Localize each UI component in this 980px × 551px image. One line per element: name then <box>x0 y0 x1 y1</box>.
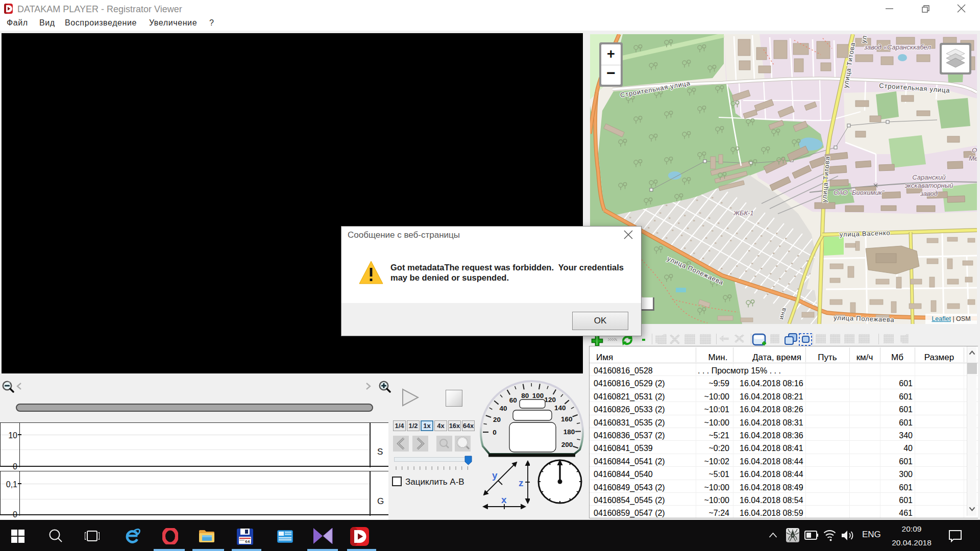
svg-text:64:: 64: <box>245 539 252 544</box>
svg-text:20: 20 <box>493 416 501 423</box>
svg-text:140: 140 <box>554 404 566 412</box>
svg-text:z: z <box>519 478 524 488</box>
svg-text:60: 60 <box>509 396 517 404</box>
svg-text:Саранский: Саранский <box>912 173 945 181</box>
svg-text:0: 0 <box>493 429 497 436</box>
svg-text:экскаваторный: экскаваторный <box>904 182 953 189</box>
svg-text:200: 200 <box>561 441 573 448</box>
svg-text:120: 120 <box>545 396 556 404</box>
svg-text:180: 180 <box>564 428 575 436</box>
svg-text:x: x <box>501 494 507 505</box>
svg-text:80: 80 <box>521 392 529 399</box>
svg-text:100: 100 <box>532 392 544 399</box>
svg-text:ул: ул <box>860 35 868 44</box>
svg-text:40: 40 <box>499 405 507 412</box>
svg-text:О: О <box>972 146 977 154</box>
svg-text:завод «Сарансккабел: завод «Сарансккабел <box>864 43 931 51</box>
svg-text:Ме: Ме <box>969 155 977 162</box>
svg-text:160: 160 <box>561 415 573 423</box>
svg-text:ЖБК-1: ЖБК-1 <box>733 209 754 217</box>
svg-text:завод: завод <box>920 190 938 197</box>
svg-text:ОАО "Биохимик": ОАО "Биохимик" <box>834 189 885 196</box>
svg-text:y: y <box>492 470 498 481</box>
